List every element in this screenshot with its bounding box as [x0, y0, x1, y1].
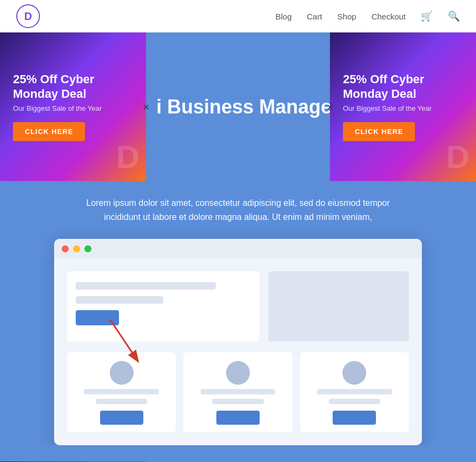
- cart-icon[interactable]: 🛒: [421, 10, 433, 22]
- description-section: Lorem ipsum dolor sit amet, consectetur …: [0, 181, 476, 239]
- logo-letter: D: [24, 10, 32, 23]
- site-header: D Blog Cart Shop Checkout 🛒 🔍: [0, 0, 476, 32]
- nav-shop[interactable]: Shop: [338, 12, 356, 21]
- banner-right-watermark: D: [446, 138, 470, 176]
- main-nav: Blog Cart Shop Checkout 🛒 🔍: [275, 10, 460, 22]
- panel-bar-2: [76, 296, 163, 304]
- card-1: [67, 352, 176, 432]
- window-titlebar: [54, 239, 422, 258]
- banner-left: 25% Off Cyber Monday Deal Our Biggest Sa…: [0, 32, 146, 181]
- card-avatar-1: [110, 361, 134, 385]
- logo: D: [16, 4, 40, 28]
- card-bar-3a: [317, 389, 392, 394]
- card-avatar-3: [342, 361, 366, 385]
- banner-left-subtitle: Our Biggest Sale of the Year: [13, 104, 102, 112]
- panel-bar-1: [76, 282, 216, 290]
- dot-yellow: [73, 245, 80, 252]
- banner-right-button[interactable]: CLICK HERE: [343, 122, 415, 141]
- description-text: Lorem ipsum dolor sit amet, consectetur …: [76, 196, 400, 224]
- nav-checkout[interactable]: Checkout: [372, 12, 406, 21]
- card-bar-2b: [212, 399, 263, 404]
- card-3: [300, 352, 409, 432]
- banner-left-watermark: D: [116, 138, 140, 176]
- panel-right: [268, 271, 409, 342]
- banner-right-title: 25% Off Cyber Monday Deal: [343, 72, 463, 101]
- card-bar-1b: [96, 399, 147, 404]
- window-content: [54, 258, 422, 432]
- close-right-icon[interactable]: ×: [327, 101, 333, 113]
- bottom-section: × 25% Off Cyber Monday Deal Our Biggest …: [0, 445, 476, 462]
- close-left-icon[interactable]: ×: [143, 101, 149, 113]
- card-2: [183, 352, 292, 432]
- card-button-1[interactable]: [100, 411, 143, 425]
- banners-row: 25% Off Cyber Monday Deal Our Biggest Sa…: [0, 32, 476, 181]
- app-window: [54, 239, 422, 445]
- card-button-2[interactable]: [216, 411, 260, 425]
- card-bar-3b: [329, 399, 380, 404]
- card-button-3[interactable]: [333, 411, 376, 425]
- panel-blue-button[interactable]: [76, 310, 119, 325]
- banner-left-button[interactable]: CLICK HERE: [13, 122, 85, 141]
- card-avatar-2: [226, 361, 250, 385]
- nav-blog[interactable]: Blog: [275, 12, 292, 21]
- dot-green: [84, 245, 91, 252]
- banner-right-subtitle: Our Biggest Sale of the Year: [343, 104, 432, 112]
- nav-cart[interactable]: Cart: [307, 12, 322, 21]
- card-bar-1a: [84, 389, 159, 394]
- banner-left-title: 25% Off Cyber Monday Deal: [13, 72, 133, 101]
- card-bar-2a: [201, 389, 276, 394]
- search-icon[interactable]: 🔍: [448, 10, 460, 22]
- panel-left: [67, 271, 260, 342]
- window-cards-row: [67, 352, 409, 432]
- dot-red: [62, 245, 69, 252]
- window-top-row: [67, 271, 409, 342]
- preview-wrapper: [0, 239, 476, 445]
- banner-right: 25% Off Cyber Monday Deal Our Biggest Sa…: [330, 32, 476, 181]
